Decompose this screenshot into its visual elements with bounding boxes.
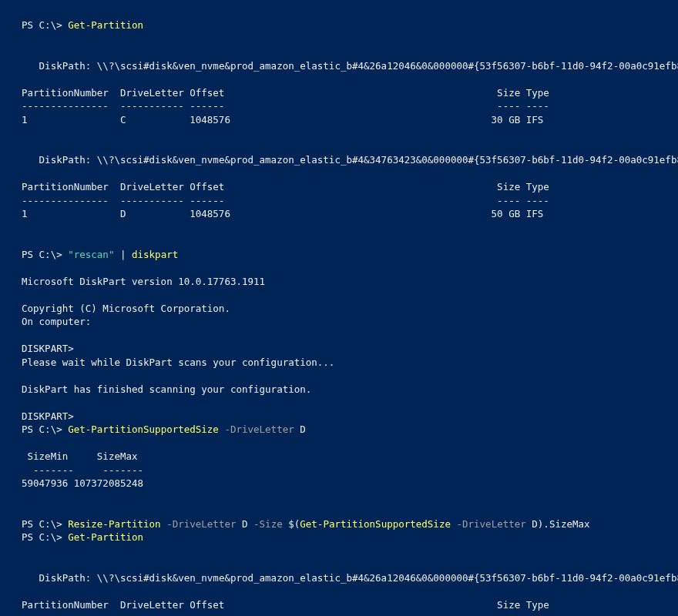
diskpart-done: DiskPart has finished scanning your conf…: [22, 383, 311, 395]
partition-header-3: PartitionNumber DriveLetter Offset Size …: [22, 599, 549, 611]
param-driveletter-3: -DriveLetter: [451, 518, 532, 530]
subexpr-open: $(: [288, 518, 300, 530]
cmdlet-diskpart: diskpart: [132, 249, 178, 260]
size-row: 59047936 107372085248: [22, 477, 143, 489]
size-header: SizeMin SizeMax: [22, 450, 138, 462]
diskpart-oncomputer: On computer:: [22, 316, 91, 327]
param-driveletter: -DriveLetter: [219, 424, 300, 435]
cmdlet-resize-partition: Resize-Partition: [68, 518, 160, 530]
arg-d: D: [300, 424, 306, 435]
diskpath-label: DiskPath:: [22, 60, 97, 72]
pipe: |: [114, 249, 132, 260]
cmdlet-get-partition-2: Get-Partition: [68, 531, 143, 543]
diskpath-2: \\?\scsi#disk&ven_nvme&prod_amazon_elast…: [97, 154, 678, 166]
arg-d-2: D: [242, 518, 248, 530]
ps-prompt-5: PS C:\>: [22, 531, 68, 543]
diskpath-1: \\?\scsi#disk&ven_nvme&prod_amazon_elast…: [97, 60, 678, 72]
partition-row-d-50: 1 D 1048576 50 GB IFS: [22, 208, 543, 219]
partition-header-2: PartitionNumber DriveLetter Offset Size …: [22, 181, 549, 192]
arg-d-3: D: [532, 518, 538, 530]
partition-divider-2: --------------- ----------- ------ ---- …: [22, 195, 549, 206]
param-driveletter-2: -DriveLetter: [161, 518, 242, 530]
diskpart-version: Microsoft DiskPart version 10.0.17763.19…: [22, 276, 265, 287]
partition-divider-3: --------------- ----------- ------ ---- …: [22, 612, 549, 616]
ps-prompt-2: PS C:\>: [22, 249, 68, 260]
subexpr-close: ).SizeMax: [538, 518, 590, 530]
partition-divider: --------------- ----------- ------ ---- …: [22, 100, 549, 112]
powershell-terminal[interactable]: PS C:\> Get-Partition DiskPath: \\?\scsi…: [0, 0, 678, 616]
partition-row-c-30: 1 C 1048576 30 GB IFS: [22, 114, 543, 126]
ps-prompt: PS C:\>: [22, 19, 68, 31]
param-size: -Size: [248, 518, 289, 530]
cmdlet-get-partition-supported-size: Get-PartitionSupportedSize: [68, 424, 219, 435]
diskpart-copyright: Copyright (C) Microsoft Corporation.: [22, 303, 230, 314]
diskpath-label-3: DiskPath:: [22, 572, 97, 584]
ps-prompt-3: PS C:\>: [22, 424, 68, 435]
partition-header: PartitionNumber DriveLetter Offset Size …: [22, 87, 549, 99]
diskpath-label-2: DiskPath:: [22, 154, 97, 166]
size-divider: ------- -------: [22, 464, 143, 476]
ps-prompt-4: PS C:\>: [22, 518, 68, 530]
diskpath-1b: \\?\scsi#disk&ven_nvme&prod_amazon_elast…: [97, 572, 678, 584]
cmdlet-get-partition: Get-Partition: [68, 19, 143, 31]
diskpart-prompt: DISKPART>: [22, 343, 74, 354]
cmdlet-inner-get-partition-supported-size: Get-PartitionSupportedSize: [300, 518, 451, 530]
diskpart-prompt-2: DISKPART>: [22, 410, 74, 422]
rescan-string: "rescan": [68, 249, 114, 260]
diskpart-wait: Please wait while DiskPart scans your co…: [22, 357, 334, 368]
